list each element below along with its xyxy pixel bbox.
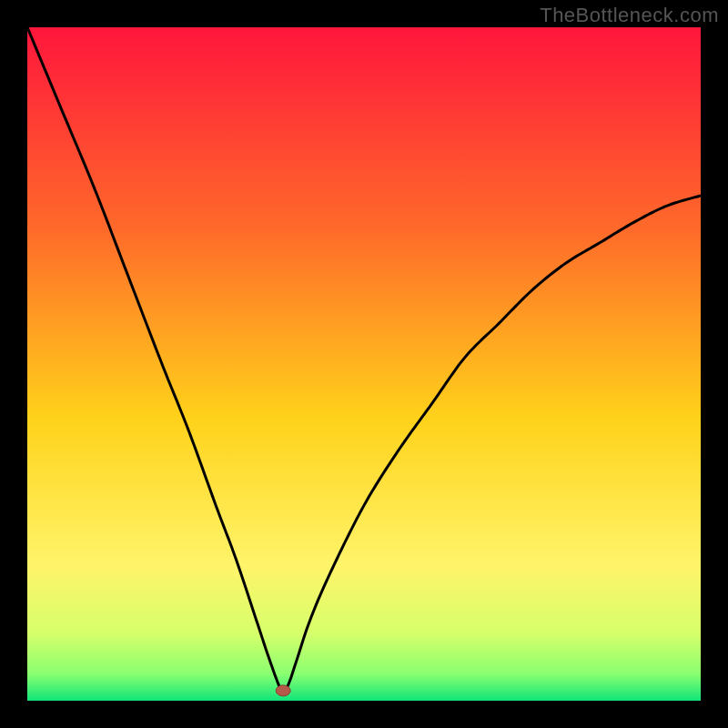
plot-area: [27, 27, 701, 701]
gradient-background: [27, 27, 701, 701]
chart-frame: TheBottleneck.com: [0, 0, 728, 728]
watermark-text: TheBottleneck.com: [540, 4, 719, 27]
minimum-marker: [276, 685, 290, 696]
bottleneck-plot: [27, 27, 701, 701]
